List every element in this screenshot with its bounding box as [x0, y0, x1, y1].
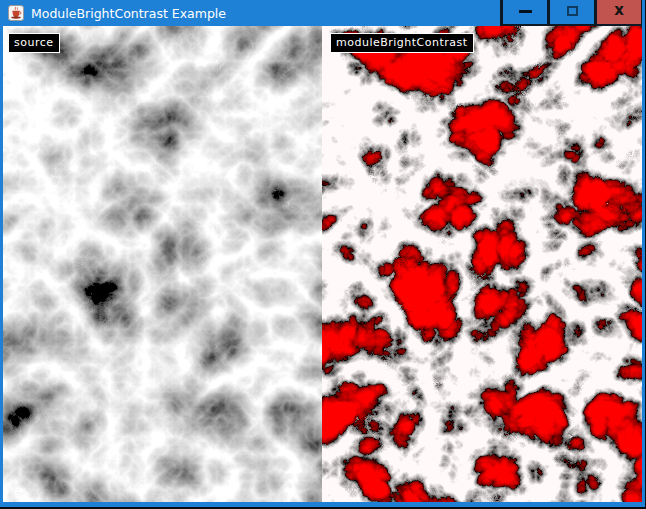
- minimize-icon: [519, 10, 532, 13]
- image-panels: source moduleBrightContrast: [3, 26, 642, 502]
- source-label: source: [8, 33, 60, 53]
- source-image: [3, 26, 322, 502]
- source-image-panel: source: [3, 26, 322, 502]
- maximize-icon: [567, 6, 578, 16]
- module-bright-contrast-label: moduleBrightContrast: [330, 33, 474, 53]
- maximize-button[interactable]: [547, 0, 594, 26]
- window-title: ModuleBrightContrast Example: [31, 6, 226, 21]
- java-coffee-cup-icon: [8, 5, 24, 21]
- minimize-button[interactable]: [500, 0, 547, 26]
- processed-image-panel: moduleBrightContrast: [322, 26, 642, 502]
- app-window: ModuleBrightContrast Example x source: [0, 0, 646, 509]
- close-x-icon: x: [614, 3, 624, 18]
- window-controls: x: [500, 0, 642, 26]
- titlebar[interactable]: ModuleBrightContrast Example x: [0, 0, 646, 26]
- close-button[interactable]: x: [594, 0, 642, 26]
- processed-image: [322, 26, 642, 502]
